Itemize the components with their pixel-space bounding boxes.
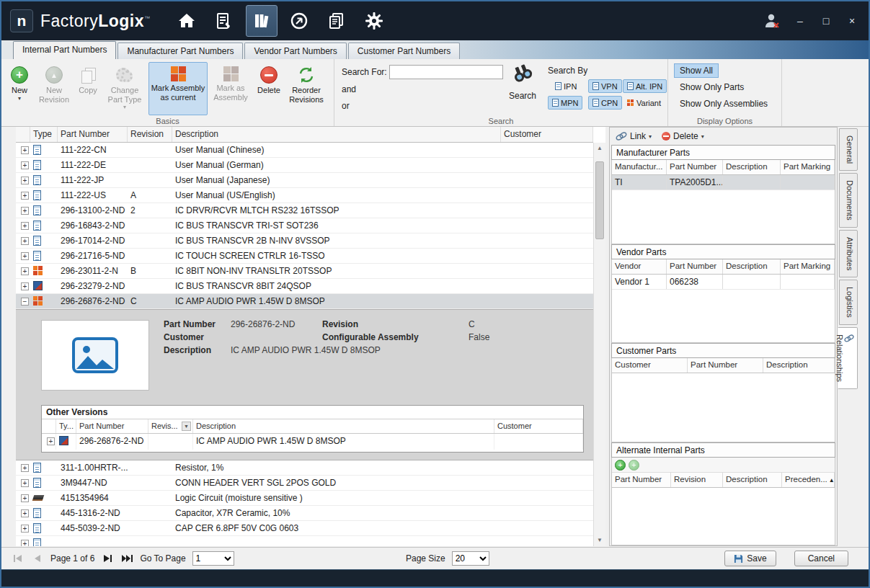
expand-toggle[interactable]: − <box>21 298 29 306</box>
first-page-button[interactable] <box>12 553 25 564</box>
table-row[interactable]: + 296-17014-2-ND IC BUS TRANSCVR 2B N-IN… <box>16 233 593 249</box>
new-revision-button[interactable]: New Revision <box>35 62 74 115</box>
expand-toggle[interactable]: + <box>21 161 29 169</box>
column-header[interactable]: Part Number <box>688 358 763 373</box>
add-alternate-secondary-button[interactable] <box>629 460 639 471</box>
column-header[interactable]: Part Marking <box>781 259 835 274</box>
table-row[interactable]: + 296-23279-2-ND IC BUS TRANSCVR 8BIT 24… <box>16 279 593 294</box>
table-row[interactable]: + 311-1.00HRTR-... Resistor, 1% <box>16 460 593 476</box>
delete-button[interactable]: Delete <box>254 62 284 115</box>
expand-toggle[interactable]: + <box>21 192 29 200</box>
tab-relationships[interactable]: Relationships <box>838 327 858 389</box>
scrollbar-thumb[interactable] <box>595 161 604 239</box>
filter-vpn[interactable]: VPN <box>588 79 622 93</box>
table-row[interactable]: + 296-13100-2-ND 2 IC DRVR/RCVR MLTCH RS… <box>16 203 593 218</box>
expand-toggle[interactable]: + <box>21 282 29 290</box>
column-header[interactable]: Part Number <box>612 473 671 487</box>
show-only-assemblies-option[interactable]: Show Only Assemblies <box>674 97 773 111</box>
table-row[interactable]: + 296-16843-2-ND IC BUS TRANSCVR TRI-ST … <box>16 218 593 233</box>
table-row[interactable]: + 111-222-JP User Manual (Japanese) <box>16 173 593 188</box>
tab-vendor-part-numbers[interactable]: Vendor Part Numbers <box>244 43 346 59</box>
filter-mpn[interactable]: MPN <box>548 96 582 110</box>
table-row[interactable]: + 296-23011-2-N B IC 8BIT NON-INV TRANSL… <box>16 264 593 279</box>
column-header-description[interactable]: Description <box>193 419 494 433</box>
column-header[interactable]: Vendor <box>612 259 667 274</box>
column-header[interactable]: Manufactur... <box>612 160 667 174</box>
user-status-icon[interactable] <box>763 12 781 30</box>
change-part-type-button[interactable]: Change Part Type ▾ <box>102 62 147 115</box>
expand-toggle[interactable]: + <box>21 540 29 546</box>
expand-toggle[interactable]: + <box>21 267 29 275</box>
scroll-down-icon[interactable]: ▼ <box>594 535 605 546</box>
column-header-customer[interactable]: Customer <box>501 127 593 142</box>
expand-toggle[interactable]: + <box>21 222 29 230</box>
expand-toggle[interactable]: + <box>47 437 55 445</box>
other-version-row[interactable]: + 296-26876-2-ND IC AMP AUDIO PWR 1.45W … <box>42 434 583 450</box>
expand-toggle[interactable]: + <box>21 146 29 154</box>
maximize-button[interactable]: □ <box>820 15 833 27</box>
scroll-up-icon[interactable]: ▲ <box>594 143 605 154</box>
column-header-revision[interactable]: Revis...▼ <box>148 419 193 433</box>
column-header-customer[interactable]: Customer <box>494 419 583 433</box>
column-header[interactable]: Part Number <box>667 160 723 174</box>
tab-documents[interactable]: Documents <box>839 173 858 228</box>
filter-alt-ipn[interactable]: Alt. IPN <box>623 79 667 93</box>
vertical-scrollbar[interactable]: ▲ ▼ <box>593 143 605 546</box>
expand-toggle[interactable]: + <box>21 237 29 245</box>
tab-customer-part-numbers[interactable]: Customer Part Numbers <box>348 43 460 59</box>
table-row[interactable]: TI TPA2005D1... <box>612 175 835 190</box>
expand-toggle[interactable]: + <box>21 177 29 184</box>
tab-logistics[interactable]: Logistics <box>839 280 858 325</box>
table-row[interactable]: Vendor 1 066238 <box>612 275 835 290</box>
minimize-button[interactable]: – <box>794 15 807 27</box>
new-button[interactable]: New ▾ <box>6 62 33 115</box>
expand-toggle[interactable]: + <box>21 252 29 260</box>
show-only-parts-option[interactable]: Show Only Parts <box>674 80 750 94</box>
table-row[interactable]: + 3M9447-ND CONN HEADER VERT SGL 2POS GO… <box>16 476 593 491</box>
last-page-button[interactable] <box>120 553 133 564</box>
expand-toggle[interactable]: + <box>21 525 29 533</box>
cancel-button[interactable]: Cancel <box>794 551 848 566</box>
column-header-type[interactable]: Ty... <box>56 419 76 433</box>
table-row[interactable]: − 296-26876-2-ND C IC AMP AUDIO PWR 1.45… <box>16 294 593 309</box>
column-header[interactable]: Revision <box>671 473 723 487</box>
libraries-nav-button[interactable] <box>246 5 278 37</box>
search-button[interactable]: Search <box>509 91 536 101</box>
search-input[interactable] <box>389 65 503 79</box>
expand-toggle[interactable]: + <box>21 479 29 487</box>
show-all-option[interactable]: Show All <box>674 63 719 78</box>
mark-assembly-current-button[interactable]: Mark Assembly as current <box>148 62 208 115</box>
column-header-revision[interactable]: Revision <box>128 127 172 142</box>
column-header[interactable]: Description <box>723 259 781 274</box>
column-header-sorted[interactable]: Preceden...▲ <box>782 473 835 487</box>
link-button[interactable]: Link ▾ <box>616 131 652 141</box>
filter-dropdown-icon[interactable]: ▼ <box>182 422 191 431</box>
table-row[interactable]: + 4151354964 Logic Circuit (moisture sen… <box>16 491 593 506</box>
column-header-description[interactable]: Description <box>172 127 501 142</box>
worksheets-nav-button[interactable] <box>208 5 240 37</box>
tab-attributes[interactable]: Attributes <box>839 230 858 277</box>
expand-toggle[interactable]: + <box>21 509 29 517</box>
tab-general[interactable]: General <box>839 128 858 171</box>
column-header[interactable]: Part Number <box>667 259 723 274</box>
column-header[interactable]: Description <box>723 473 782 487</box>
column-header-type[interactable]: Type <box>30 127 58 142</box>
expand-toggle[interactable]: + <box>21 494 29 502</box>
tab-internal-part-numbers[interactable]: Internal Part Numbers <box>13 41 116 59</box>
column-header[interactable]: Part Marking <box>781 160 835 174</box>
next-page-button[interactable] <box>101 553 114 564</box>
delete-link-button[interactable]: Delete ▾ <box>662 131 704 141</box>
table-row[interactable]: + 445-1316-2-ND Capacitor, X7R Ceramic, … <box>16 506 593 521</box>
table-row[interactable]: + <box>16 536 593 546</box>
save-button[interactable]: Save <box>724 551 776 566</box>
expand-toggle[interactable]: + <box>21 464 29 472</box>
filter-ipn[interactable]: IPN <box>551 79 581 93</box>
table-row[interactable]: + 445-5039-2-ND CAP CER 6.8PF 50V C0G 06… <box>16 521 593 536</box>
table-row[interactable]: + 111-222-DE User Manual (German) <box>16 158 593 173</box>
column-header[interactable]: Description <box>723 160 781 174</box>
table-row[interactable]: + 296-21716-5-ND IC TOUCH SCREEN CTRLR 1… <box>16 249 593 264</box>
table-row[interactable]: + 111-222-US A User Manual (US/English) <box>16 188 593 203</box>
column-header-part-number[interactable]: Part Number <box>58 127 128 142</box>
page-size-select[interactable]: 20 <box>452 551 489 566</box>
copy-button[interactable]: Copy <box>75 62 101 115</box>
